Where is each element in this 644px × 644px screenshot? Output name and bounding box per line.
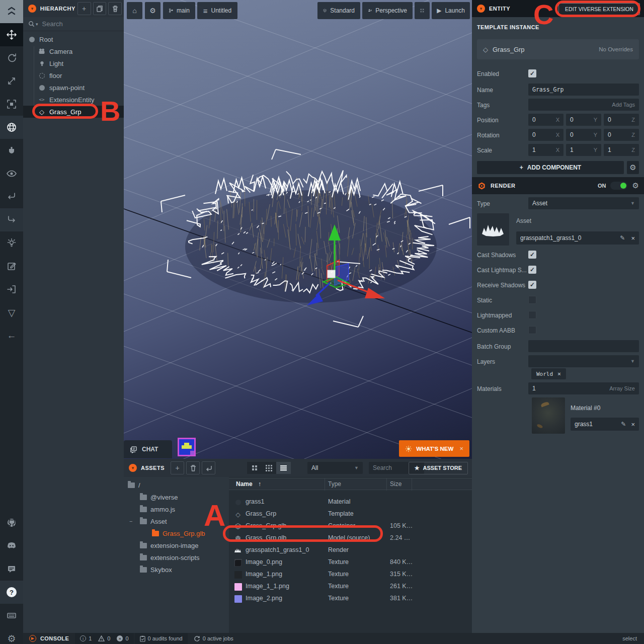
viewport-settings-button[interactable]: ⚙ bbox=[145, 2, 160, 19]
render-mode-button[interactable]: Standard bbox=[317, 2, 360, 19]
asset-row-image0[interactable]: Image_0.pngTexture840 K… bbox=[229, 556, 472, 569]
layer-chip-remove-icon[interactable]: × bbox=[557, 371, 560, 377]
back-arrow-icon[interactable]: ← bbox=[0, 324, 23, 347]
folder-ammo[interactable]: ammo.js bbox=[140, 503, 175, 515]
scale-tool-icon[interactable] bbox=[0, 69, 23, 93]
cast-shadows-checkbox[interactable]: ✓ bbox=[528, 251, 536, 259]
render-asset-thumbnail[interactable] bbox=[477, 213, 509, 246]
position-x-field[interactable]: 0X bbox=[528, 114, 564, 126]
github-icon[interactable] bbox=[0, 511, 23, 534]
lightmapped-checkbox[interactable] bbox=[528, 311, 536, 319]
delete-asset-button[interactable] bbox=[186, 461, 200, 474]
sign-in-icon[interactable] bbox=[0, 278, 23, 301]
edit-scene-icon[interactable] bbox=[0, 255, 23, 278]
collapse-minus-icon[interactable]: − bbox=[129, 518, 132, 524]
hierarchy-item-spawn-point[interactable]: spawn-point bbox=[23, 82, 124, 94]
viewport[interactable]: ⌂ ⚙ main ≡ Untitled Standard Perspective… bbox=[124, 0, 472, 459]
whats-new-close-icon[interactable]: × bbox=[459, 445, 463, 452]
enabled-checkbox[interactable]: ✓ bbox=[528, 69, 536, 77]
name-field[interactable]: Grass_Grp bbox=[528, 84, 639, 96]
globe-icon[interactable] bbox=[0, 116, 23, 139]
rotation-y-field[interactable]: 0Y bbox=[566, 129, 601, 141]
jobs-status[interactable]: 0 active jobs bbox=[189, 633, 238, 644]
asset-row-image1-1[interactable]: Image_1_1.pngTexture261 K… bbox=[229, 581, 472, 593]
asset-row-image2[interactable]: Image_2.pngTexture381 K… bbox=[229, 593, 472, 605]
scene-selector[interactable]: ≡ Untitled bbox=[197, 2, 237, 19]
custom-aabb-checkbox[interactable] bbox=[528, 326, 536, 334]
scale-z-field[interactable]: 1Z bbox=[604, 144, 639, 156]
static-checkbox[interactable] bbox=[528, 296, 536, 304]
position-y-field[interactable]: 0Y bbox=[566, 114, 601, 126]
scale-y-field[interactable]: 1Y bbox=[566, 144, 601, 156]
tags-field[interactable]: Add Tags bbox=[528, 99, 639, 111]
hierarchy-collapse-icon[interactable]: ▾ bbox=[28, 5, 36, 13]
magnet-snap-icon[interactable] bbox=[0, 139, 23, 162]
material-thumbnail[interactable] bbox=[532, 397, 565, 434]
material-slot-field[interactable]: grass1 ✎ × bbox=[571, 418, 639, 431]
rotation-z-field[interactable]: 0Z bbox=[604, 129, 639, 141]
asset-slot-field[interactable]: grasspatch1_grass1_0 ✎ × bbox=[516, 231, 639, 245]
receive-shadows-checkbox[interactable]: ✓ bbox=[528, 281, 536, 289]
hierarchy-item-light[interactable]: Light bbox=[23, 57, 124, 69]
cast-lightmap-shadows-checkbox[interactable]: ✓ bbox=[528, 266, 536, 274]
undo-icon[interactable] bbox=[0, 185, 23, 208]
render-enabled-toggle[interactable] bbox=[610, 182, 627, 190]
asset-type-filter-dropdown[interactable]: All ▼ bbox=[307, 462, 363, 474]
redo-icon[interactable] bbox=[0, 208, 23, 231]
folder-extension-scripts[interactable]: extension-scripts bbox=[140, 551, 200, 564]
rotate-tool-icon[interactable] bbox=[0, 46, 23, 69]
entity-collapse-icon[interactable]: ▾ bbox=[477, 5, 485, 13]
asset-store-button[interactable]: ★ ASSET STORE bbox=[409, 462, 468, 474]
assets-collapse-icon[interactable]: ▾ bbox=[129, 464, 137, 472]
folder-asset[interactable]: − Asset bbox=[140, 515, 167, 527]
materials-array-field[interactable]: 1 Array Size bbox=[528, 382, 639, 394]
rotation-x-field[interactable]: 0X bbox=[528, 129, 564, 141]
component-settings-gear-icon[interactable]: ⚙ bbox=[627, 161, 639, 174]
nabla-tool-icon[interactable]: ▽ bbox=[0, 301, 23, 324]
folder-viverse[interactable]: @viverse bbox=[140, 491, 178, 503]
search-filter-caret[interactable]: ▾ bbox=[36, 22, 38, 27]
asset-remove-icon[interactable]: × bbox=[631, 234, 635, 242]
template-instance-box[interactable]: ◇ Grass_Grp No Overrides bbox=[477, 39, 639, 59]
help-icon[interactable]: ? bbox=[0, 581, 23, 604]
move-tool-icon[interactable] bbox=[0, 23, 23, 46]
small-grid-view-button[interactable] bbox=[247, 462, 262, 474]
chat-tab[interactable]: CHAT bbox=[124, 440, 172, 458]
launch-button[interactable]: ▶ Launch bbox=[432, 2, 470, 19]
column-type[interactable]: Type bbox=[328, 480, 341, 488]
duplicate-entity-button[interactable] bbox=[93, 2, 107, 15]
frame-selection-icon[interactable] bbox=[0, 93, 23, 116]
asset-row-render[interactable]: grasspatch1_grass1_0Render bbox=[229, 544, 472, 556]
column-name[interactable]: Name bbox=[236, 480, 253, 488]
hierarchy-item-floor[interactable]: floor bbox=[23, 69, 124, 82]
folder-root[interactable]: / bbox=[128, 479, 140, 491]
audits-status[interactable]: 0 audits found bbox=[135, 633, 188, 644]
layer-chip-world[interactable]: World × bbox=[531, 368, 566, 379]
type-dropdown[interactable]: Asset▼ bbox=[528, 197, 639, 209]
eye-visibility-icon[interactable] bbox=[0, 162, 23, 185]
camera-mode-button[interactable]: Perspective bbox=[362, 2, 413, 19]
feedback-comment-icon[interactable] bbox=[0, 557, 23, 581]
add-asset-button[interactable]: + bbox=[171, 461, 184, 474]
hierarchy-search[interactable]: ▾ Search bbox=[23, 17, 124, 31]
discord-icon[interactable] bbox=[0, 534, 23, 557]
asset-edit-pencil-icon[interactable]: ✎ bbox=[620, 234, 625, 242]
whats-new-button[interactable]: WHAT'S NEW × bbox=[399, 440, 469, 457]
material-edit-pencil-icon[interactable]: ✎ bbox=[621, 421, 626, 428]
column-size[interactable]: Size bbox=[390, 480, 401, 488]
hierarchy-item-camera[interactable]: Camera bbox=[23, 45, 124, 57]
branch-selector[interactable]: main bbox=[163, 2, 195, 19]
render-settings-gear-icon[interactable]: ⚙ bbox=[632, 181, 639, 190]
list-view-button[interactable] bbox=[276, 462, 291, 474]
fullscreen-button[interactable] bbox=[415, 2, 430, 19]
delete-entity-button[interactable] bbox=[108, 2, 122, 15]
position-z-field[interactable]: 0Z bbox=[604, 114, 639, 126]
layers-dropdown[interactable]: ▼ bbox=[528, 355, 639, 367]
hierarchy-item-root[interactable]: Root bbox=[23, 33, 124, 45]
app-logo-icon[interactable] bbox=[0, 0, 23, 23]
home-button[interactable]: ⌂ bbox=[127, 2, 142, 19]
keyboard-shortcuts-icon[interactable] bbox=[0, 604, 23, 627]
log-counters[interactable]: i1 0 ×0 bbox=[75, 633, 133, 644]
grass-model[interactable] bbox=[185, 176, 437, 303]
avatar[interactable] bbox=[178, 438, 196, 456]
